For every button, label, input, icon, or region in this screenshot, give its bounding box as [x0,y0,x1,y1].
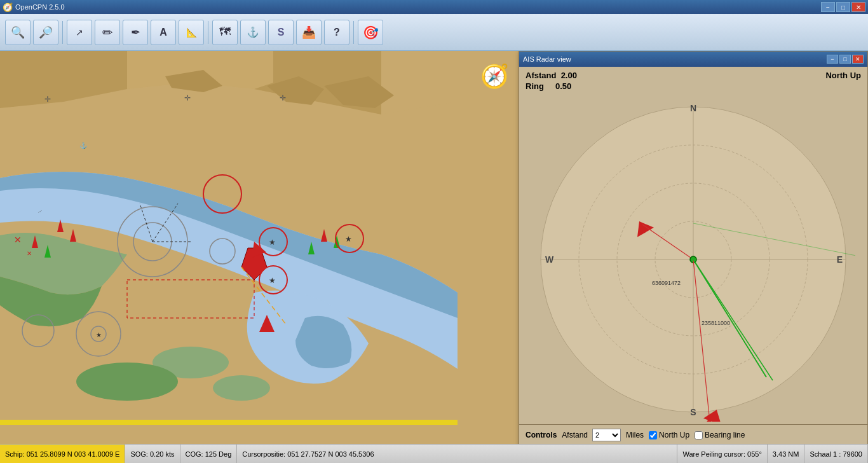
app-title: OpenCPN 2.5.0 [15,3,65,11]
north-up-checkbox-label[interactable]: North Up [649,431,689,439]
ship-position: Schip: 051 25.8099 N 003 41.0009 E [5,450,119,458]
ware-peiling: Ware Peiling cursor: 055° [682,450,761,458]
svg-point-10 [213,375,270,401]
svg-text:235811000: 235811000 [702,320,730,326]
download-button[interactable]: 📥 [296,20,322,45]
minimize-button[interactable]: − [821,2,835,12]
close-button[interactable]: ✕ [851,2,865,12]
svg-text:✛: ✛ [280,93,286,102]
bearing-line-checkbox-label[interactable]: Bearing line [695,431,745,439]
toolbar-separator-3 [353,21,354,44]
pencil-button[interactable]: ✒ [123,20,148,45]
svg-text:★: ★ [96,331,102,338]
maximize-button[interactable]: □ [836,2,850,12]
svg-text:S: S [690,407,696,417]
north-up-label: North Up [825,71,861,80]
zoom-in-button[interactable]: 🔍 [5,20,31,45]
svg-text:636091472: 636091472 [652,280,681,286]
bearing-line-checkbox[interactable] [695,431,703,439]
toolbar: 🔍 🔎 ↗ ✏ ✒ A 📐 🗺 ⚓ S 📥 ? 🎯 [0,14,868,51]
ais-title-bar: AIS Radar view − □ ✕ [519,52,867,67]
svg-text:E: E [837,254,843,265]
nav-indicator: 🧭 [469,51,520,102]
route-button[interactable]: ↗ [67,20,92,45]
svg-point-9 [76,363,178,401]
cursor-position: Cursorpositie: 051 27.7527 N 003 45.5306 [242,450,374,458]
afstand-info: Afstand 2.00 [526,71,577,80]
svg-text:★: ★ [345,235,352,244]
ais-radar-panel: AIS Radar view − □ ✕ Afstand 2.00 North … [519,51,868,444]
north-up-checkbox[interactable] [649,431,657,439]
map-area[interactable]: ★ ★ ★ ★ ✛ ✛ ✛ ⚓ ✕ ✕ ... AIS Radar [0,51,868,444]
ais-close-button[interactable]: ✕ [852,55,864,64]
scale-segment: Schaal 1 : 79600 [804,445,868,463]
svg-text:W: W [545,254,554,265]
target-button[interactable]: 🎯 [358,20,383,45]
radar-display[interactable]: N S E W 636091472 235811000 [531,97,855,422]
gps-bar [0,420,458,425]
zoom-out-button[interactable]: 🔎 [33,20,58,45]
cog-segment: COG: 125 Deg [180,445,238,463]
distance-value: 3.43 NM [773,450,799,458]
ais-window-controls: − □ ✕ [827,55,864,64]
app-icon: 🧭 [3,3,13,12]
ware-peiling-segment: Ware Peiling cursor: 055° [677,445,767,463]
chart-button[interactable]: 🗺 [212,20,238,45]
mark-button[interactable]: ✏ [95,20,120,45]
ring-info: Ring 0.50 [526,81,861,91]
miles-label: Miles [626,431,644,439]
svg-text:✛: ✛ [44,95,51,104]
svg-text:✕: ✕ [14,235,22,245]
scale-value: Schaal 1 : 79600 [810,450,862,458]
text-button[interactable]: A [151,20,176,45]
cursor-pos-segment: Cursorpositie: 051 27.7527 N 003 45.5306 [237,445,677,463]
help-button[interactable]: ? [324,20,349,45]
svg-text:N: N [690,103,696,113]
title-bar: 🧭 OpenCPN 2.5.0 − □ ✕ [0,0,868,14]
radar-svg: N S E W 636091472 235811000 [531,97,855,422]
svg-text:✛: ✛ [184,93,191,102]
svg-text:✕: ✕ [27,250,32,257]
status-bar: Schip: 051 25.8099 N 003 41.0009 E SOG: … [0,444,868,463]
controls-label: Controls [526,431,557,439]
ais-panel-title: AIS Radar view [523,55,571,63]
ais-minimize-button[interactable]: − [827,55,838,64]
ais-info: Afstand 2.00 North Up Ring 0.50 [519,67,867,95]
settings-button[interactable]: S [268,20,294,45]
measure-button[interactable]: 📐 [179,20,204,45]
ais-maximize-button[interactable]: □ [839,55,851,64]
ais-controls: Controls Afstand 2 4 8 Miles North Up Be… [519,424,867,444]
ais-info-row1: Afstand 2.00 North Up [526,71,861,80]
toolbar-separator-1 [62,21,63,44]
afstand-control-label: Afstand 2 4 8 [562,429,621,441]
map-canvas[interactable]: ★ ★ ★ ★ ✛ ✛ ✛ ⚓ ✕ ✕ ... [0,51,458,444]
toolbar-separator-2 [208,21,208,44]
map-svg: ★ ★ ★ ★ ✛ ✛ ✛ ⚓ ✕ ✕ ... [0,51,458,444]
svg-text:⚓: ⚓ [79,141,88,149]
anchor-button[interactable]: ⚓ [240,20,266,45]
sog-segment: SOG: 0.20 kts [125,445,180,463]
svg-text:★: ★ [269,238,276,247]
window-controls: − □ ✕ [821,2,865,12]
cog-value: COG: 125 Deg [186,450,232,458]
sog-value: SOG: 0.20 kts [130,450,174,458]
distance-segment: 3.43 NM [768,445,805,463]
svg-text:★: ★ [269,276,276,285]
ship-position-segment: Schip: 051 25.8099 N 003 41.0009 E [0,445,125,463]
afstand-select[interactable]: 2 4 8 [592,429,621,441]
